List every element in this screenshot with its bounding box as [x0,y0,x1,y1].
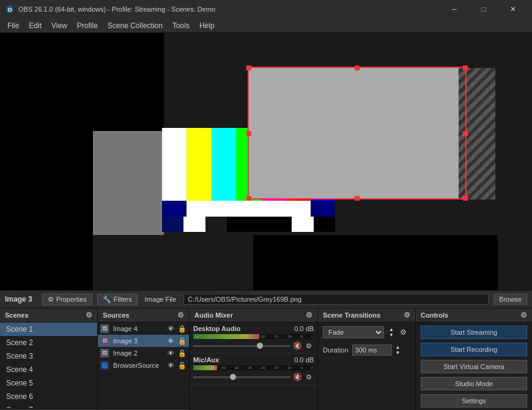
selected-source-label: Image 3 [5,295,37,304]
image3-lock-icon[interactable]: 🔒 [178,337,187,345]
scene-item-7[interactable]: Scene 7 [0,403,97,408]
scene-item-1[interactable]: Scene 1 [0,322,97,336]
properties-tab[interactable]: ⚙ Properties [42,294,92,305]
menubar: File Edit View Profile Scene Collection … [0,18,532,33]
menu-file[interactable]: File [2,20,24,31]
transitions-config-icon[interactable]: ⚙ [404,311,410,319]
image2-lock-icon[interactable]: 🔓 [178,349,187,357]
browse-button[interactable]: Browse [493,294,527,305]
menu-help[interactable]: Help [194,20,220,31]
browser-icon: 🌐 [100,361,109,370]
studio-mode-button[interactable]: Studio Mode [421,377,527,390]
desktop-audio-track: Desktop Audio 0.0 dB -60 -50 -40 -30 -25… [190,322,317,354]
window-controls: ─ □ ✕ [440,0,527,18]
image3-eye-icon[interactable]: 👁 [168,337,174,345]
menu-view[interactable]: View [46,20,72,31]
sources-header: Sources ⚙ [98,308,189,322]
image3-icon: 🖼 [100,337,109,345]
source-item-image2[interactable]: 🖼 Image 2 👁 🔓 [98,347,189,359]
window-title: OBS 26.1.0 (64-bit, windows) - Profile: … [18,6,440,13]
preview-bottom-right-black [253,235,498,290]
controls-header: Controls ⚙ [416,308,532,322]
transitions-header: Scene Transitions ⚙ [318,308,415,322]
desktop-audio-controls: 🔇 ⚙ [193,341,314,351]
preview-gray-box[interactable] [249,68,467,199]
sources-config-icon[interactable]: ⚙ [177,311,184,319]
source-item-browser[interactable]: 🌐 BrowserSource 👁 🔓 [98,359,189,371]
mic-aux-db: 0.0 dB [294,356,314,363]
scenes-config-icon[interactable]: ⚙ [86,311,92,319]
app-icon: O [5,4,15,14]
transition-type-row: Fade ▲ ▼ ⚙ [318,322,415,342]
preview-top-middle-black [93,33,164,131]
scenes-panel: Scenes ⚙ Scene 1 Scene 2 Scene 3 Scene 4… [0,308,98,410]
audio-header: Audio Mixer ⚙ [190,308,317,322]
preview-canvas [0,33,532,290]
audio-tracks: Desktop Audio 0.0 dB -60 -50 -40 -30 -25… [190,322,317,410]
duration-label: Duration [323,346,349,354]
image4-icon: 🖼 [100,324,109,333]
controls-config-icon[interactable]: ⚙ [520,311,527,319]
settings-button[interactable]: Settings [421,394,527,408]
sourcebar: Image 3 ⚙ Properties 🔧 Filters Image Fil… [0,290,532,308]
transition-settings-icon[interactable]: ⚙ [400,328,407,337]
sources-list: 🖼 Image 4 👁 🔒 🖼 Image 3 👁 🔒 🖼 Image 2 👁 … [98,322,189,408]
filter-icon: 🔧 [103,296,111,304]
scenes-header: Scenes ⚙ [0,308,97,322]
maximize-button[interactable]: □ [470,0,498,18]
mic-aux-meter: -60 -50 -40 -30 -25 -20 -15 -10 -5 0 [193,365,314,370]
menu-scene-collection[interactable]: Scene Collection [103,20,168,31]
scene-item-5[interactable]: Scene 5 [0,376,97,390]
source-item-image4[interactable]: 🖼 Image 4 👁 🔒 [98,322,189,335]
desktop-audio-slider[interactable] [193,345,290,347]
menu-profile[interactable]: Profile [72,20,103,31]
titlebar: O OBS 26.1.0 (64-bit, windows) - Profile… [0,0,532,18]
audio-panel: Audio Mixer ⚙ Desktop Audio 0.0 dB -60 -… [190,308,318,410]
transition-duration-row: Duration ▲ ▼ [318,342,415,358]
desktop-audio-name: Desktop Audio [193,325,240,332]
scene-item-2[interactable]: Scene 2 [0,336,97,349]
mic-aux-slider[interactable] [193,376,290,378]
transitions-content: Fade ▲ ▼ ⚙ Duration ▲ ▼ [318,322,415,410]
desktop-audio-mute-icon[interactable]: 🔇 [292,341,302,351]
desktop-audio-settings-icon[interactable]: ⚙ [304,341,314,351]
image4-lock-icon[interactable]: 🔒 [178,325,187,333]
image2-eye-icon[interactable]: 👁 [168,349,174,357]
scene-item-3[interactable]: Scene 3 [0,349,97,363]
mic-aux-settings-icon[interactable]: ⚙ [304,372,314,382]
desktop-audio-meter: -60 -50 -40 -30 -25 -20 -15 -10 -5 0 [193,334,314,339]
scene-item-4[interactable]: Scene 4 [0,363,97,376]
start-virtual-camera-button[interactable]: Start Virtual Camera [421,360,527,373]
start-recording-button[interactable]: Start Recording [421,343,527,356]
filters-tab[interactable]: 🔧 Filters [97,294,138,305]
browser-eye-icon[interactable]: 👁 [168,362,174,369]
transition-up-down[interactable]: ▲ ▼ [389,327,394,338]
image4-eye-icon[interactable]: 👁 [168,325,174,332]
controls-panel: Controls ⚙ Start Streaming Start Recordi… [416,308,532,410]
browser-lock-icon[interactable]: 🔓 [178,362,187,370]
gear-icon: ⚙ [48,296,54,304]
menu-tools[interactable]: Tools [168,20,194,31]
source-item-image3[interactable]: 🖼 Image 3 👁 🔒 [98,335,189,347]
sources-panel: Sources ⚙ 🖼 Image 4 👁 🔒 🖼 Image 3 👁 🔒 🖼 … [98,308,190,410]
file-path-display: C:/Users/OBS/Pictures/Grey169B.png [183,294,489,305]
transition-type-select[interactable]: Fade [323,326,384,338]
close-button[interactable]: ✕ [499,0,527,18]
scene-item-6[interactable]: Scene 6 [0,390,97,403]
preview-gray-left [93,131,164,235]
mic-aux-mute-icon[interactable]: 🔇 [292,372,302,382]
duration-input[interactable] [352,345,392,356]
audio-config-icon[interactable]: ⚙ [306,311,312,319]
preview-diag-pattern [459,68,495,199]
preview-left-black [0,33,93,290]
transitions-panel: Scene Transitions ⚙ Fade ▲ ▼ ⚙ Duration … [318,308,416,410]
svg-text:O: O [7,7,12,13]
scenes-list: Scene 1 Scene 2 Scene 3 Scene 4 Scene 5 … [0,322,97,408]
menu-edit[interactable]: Edit [24,20,46,31]
duration-up-down[interactable]: ▲ ▼ [396,345,401,356]
minimize-button[interactable]: ─ [440,0,468,18]
mic-aux-name: Mic/Aux [193,356,219,363]
image2-icon: 🖼 [100,349,109,357]
mic-aux-track: Mic/Aux 0.0 dB -60 -50 -40 -30 -25 -20 -… [190,354,317,385]
start-streaming-button[interactable]: Start Streaming [421,326,527,339]
